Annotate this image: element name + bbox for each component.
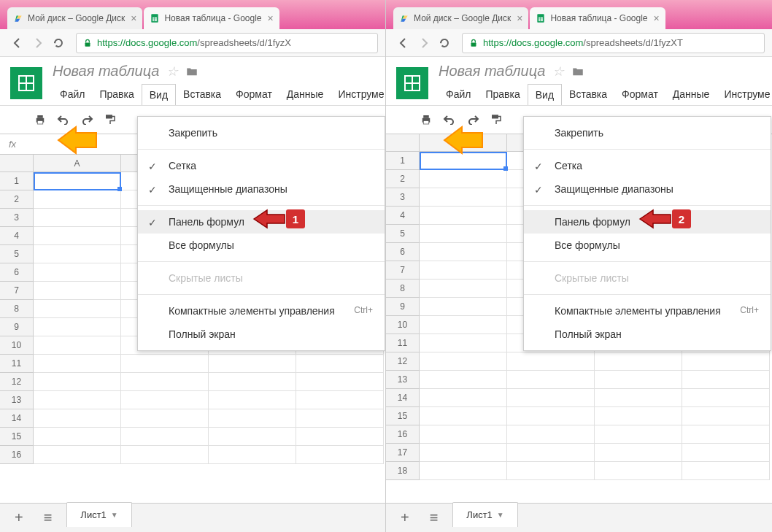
sheet-tab[interactable]: Лист1 ▼	[66, 502, 131, 527]
cell[interactable]	[420, 425, 507, 444]
back-button[interactable]	[393, 33, 414, 53]
cell[interactable]	[420, 389, 507, 407]
cell[interactable]	[121, 446, 209, 464]
cell[interactable]	[507, 425, 595, 444]
row-header[interactable]: 3	[386, 188, 420, 207]
undo-icon[interactable]	[443, 115, 456, 125]
dropdown-item[interactable]: Закрепить	[138, 121, 385, 144]
menu-item-4[interactable]: Формат	[228, 84, 279, 105]
menu-item-0[interactable]: Файл	[53, 84, 92, 105]
menu-item-6[interactable]: Инструме	[717, 84, 772, 105]
dropdown-item[interactable]: ✓ Защищенные диапазоны	[524, 177, 771, 201]
cell[interactable]	[34, 336, 121, 355]
cell[interactable]	[296, 409, 384, 428]
cell[interactable]	[34, 245, 121, 263]
row-header[interactable]: 1	[386, 152, 420, 170]
row-header[interactable]: 10	[386, 316, 420, 334]
browser-tab[interactable]: Новая таблица - Google ×	[144, 7, 279, 29]
cell[interactable]	[296, 391, 384, 409]
paint-format-icon[interactable]	[104, 113, 117, 126]
url-input[interactable]: https://docs.google.com/spreadsheets/d/1…	[76, 33, 378, 53]
cell[interactable]	[420, 316, 507, 334]
row-header[interactable]: 7	[0, 282, 34, 300]
dropdown-item[interactable]: Полный экран	[138, 323, 385, 346]
cell[interactable]	[34, 172, 121, 190]
row-header[interactable]: 9	[0, 318, 34, 336]
cell[interactable]	[34, 318, 121, 336]
dropdown-item[interactable]: Полный экран	[524, 323, 771, 346]
browser-tab[interactable]: Новая таблица - Google ×	[530, 7, 665, 29]
cell[interactable]	[34, 391, 121, 409]
forward-button[interactable]	[28, 33, 48, 53]
row-header[interactable]: 18	[386, 462, 420, 480]
cell[interactable]	[507, 352, 595, 371]
sheets-logo-icon[interactable]	[10, 67, 42, 99]
redo-icon[interactable]	[80, 115, 93, 125]
dropdown-item[interactable]: ✓ Защищенные диапазоны	[138, 177, 385, 201]
all-sheets-button[interactable]: ≡	[38, 506, 58, 529]
row-header[interactable]: 6	[386, 243, 420, 261]
doc-title[interactable]: Новая таблица ☆	[53, 63, 386, 80]
cell[interactable]	[34, 409, 121, 428]
tab-close-icon[interactable]: ×	[517, 12, 522, 24]
cell[interactable]	[682, 444, 770, 462]
menu-item-3[interactable]: Вставка	[562, 84, 614, 105]
cell[interactable]	[420, 407, 507, 425]
cell[interactable]	[595, 352, 682, 371]
row-header[interactable]: 15	[0, 428, 34, 446]
cell[interactable]	[507, 389, 595, 407]
cell[interactable]	[209, 355, 296, 373]
cell[interactable]	[420, 207, 507, 225]
star-icon[interactable]: ☆	[166, 63, 178, 80]
cell[interactable]	[507, 462, 595, 480]
menu-item-5[interactable]: Данные	[665, 84, 717, 105]
cell[interactable]	[121, 409, 209, 428]
dropdown-item[interactable]: Все формулы	[138, 234, 385, 257]
cell[interactable]	[682, 425, 770, 444]
cell[interactable]	[507, 407, 595, 425]
sheet-tab-menu-icon[interactable]: ▼	[497, 511, 504, 519]
row-header[interactable]: 12	[386, 352, 420, 371]
cell[interactable]	[682, 352, 770, 371]
cell[interactable]	[296, 373, 384, 391]
cell[interactable]	[420, 280, 507, 298]
cell[interactable]	[121, 391, 209, 409]
menu-item-4[interactable]: Формат	[614, 84, 665, 105]
add-sheet-button[interactable]: +	[395, 506, 415, 529]
cell[interactable]	[209, 391, 296, 409]
cell[interactable]	[682, 389, 770, 407]
row-header[interactable]: 16	[386, 425, 420, 444]
star-icon[interactable]: ☆	[552, 63, 564, 80]
cell[interactable]	[121, 373, 209, 391]
redo-icon[interactable]	[466, 115, 479, 125]
tab-close-icon[interactable]: ×	[268, 12, 274, 24]
cell[interactable]	[209, 409, 296, 428]
menu-item-2[interactable]: Вид	[528, 84, 562, 105]
row-header[interactable]: 14	[386, 389, 420, 407]
select-all-corner[interactable]	[0, 155, 34, 172]
dropdown-item[interactable]: ✓ Сетка	[524, 154, 771, 177]
cell[interactable]	[595, 462, 682, 480]
cell[interactable]	[34, 190, 121, 209]
browser-tab[interactable]: Мой диск – Google Диск ×	[7, 7, 142, 29]
row-header[interactable]: 2	[0, 190, 34, 209]
cell[interactable]	[420, 298, 507, 316]
undo-icon[interactable]	[57, 115, 70, 125]
cell[interactable]	[420, 243, 507, 261]
cell[interactable]	[420, 261, 507, 280]
row-header[interactable]: 12	[0, 373, 34, 391]
cell[interactable]	[296, 428, 384, 446]
cell[interactable]	[682, 462, 770, 480]
row-header[interactable]: 16	[0, 446, 34, 464]
cell[interactable]	[420, 371, 507, 389]
doc-title[interactable]: Новая таблица ☆	[439, 63, 772, 80]
row-header[interactable]: 14	[0, 409, 34, 428]
row-header[interactable]: 5	[386, 225, 420, 243]
row-header[interactable]: 10	[0, 336, 34, 355]
menu-item-5[interactable]: Данные	[279, 84, 331, 105]
folder-icon[interactable]	[571, 65, 584, 78]
cell[interactable]	[595, 444, 682, 462]
cell[interactable]	[34, 428, 121, 446]
paint-format-icon[interactable]	[490, 113, 503, 126]
row-header[interactable]: 5	[0, 245, 34, 263]
